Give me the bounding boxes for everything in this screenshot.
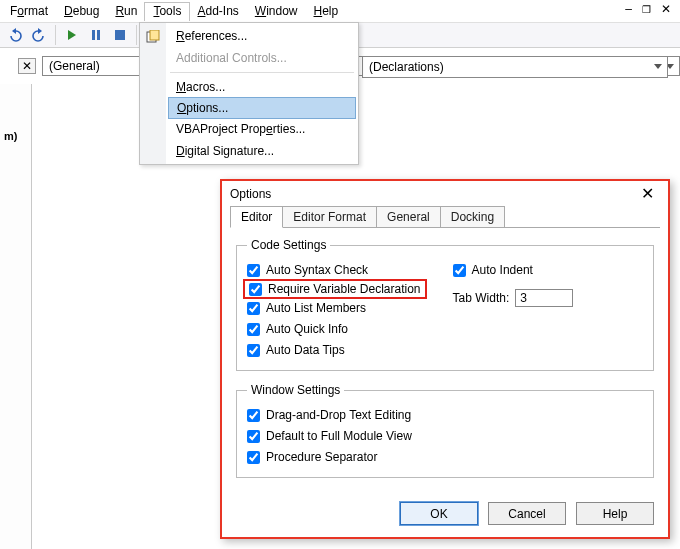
minimize-button[interactable]: –	[622, 2, 635, 16]
chk-auto-syntax-box[interactable]	[247, 264, 260, 277]
menu-macros[interactable]: Macros...	[166, 76, 358, 98]
menu-additional-controls: Additional Controls...	[166, 47, 358, 69]
tab-editor[interactable]: Editor	[230, 206, 283, 228]
chk-drag-drop[interactable]: Drag-and-Drop Text Editing	[247, 405, 643, 425]
procedure-dropdown-label: (Declarations)	[369, 60, 444, 74]
menu-run[interactable]: Run	[107, 2, 145, 20]
object-dropdown-label: (General)	[49, 59, 100, 73]
tab-width-input[interactable]	[515, 289, 573, 307]
dialog-titlebar[interactable]: Options ✕	[222, 181, 668, 206]
chk-auto-quick-info[interactable]: Auto Quick Info	[247, 319, 423, 339]
undo-button[interactable]	[4, 24, 26, 46]
tab-general[interactable]: General	[376, 206, 441, 227]
tab-docking[interactable]: Docking	[440, 206, 505, 227]
pane-close-button[interactable]: ✕	[18, 58, 36, 74]
restore-button[interactable]: ❐	[639, 4, 654, 15]
window-settings-legend: Window Settings	[247, 383, 344, 397]
dropdown-icon-column	[140, 23, 166, 164]
break-button[interactable]	[85, 24, 107, 46]
menu-format[interactable]: Format	[2, 2, 56, 20]
chk-auto-data-tips-box[interactable]	[247, 344, 260, 357]
code-settings-legend: Code Settings	[247, 238, 330, 252]
cancel-button[interactable]: Cancel	[488, 502, 566, 525]
chk-full-module[interactable]: Default to Full Module View	[247, 426, 643, 446]
project-explorer: m)	[0, 84, 32, 549]
chk-auto-quick-info-box[interactable]	[247, 323, 260, 336]
tab-editor-format[interactable]: Editor Format	[282, 206, 377, 227]
toolbar-divider	[55, 25, 56, 45]
options-dialog: Options ✕ Editor Editor Format General D…	[220, 179, 670, 539]
menu-addins[interactable]: Add-Ins	[189, 2, 246, 20]
menu-vbaproject-properties[interactable]: VBAProject Properties...	[166, 118, 358, 140]
chk-require-var-decl-box[interactable]	[249, 283, 262, 296]
redo-button[interactable]	[28, 24, 50, 46]
help-button[interactable]: Help	[576, 502, 654, 525]
reset-button[interactable]	[109, 24, 131, 46]
chk-auto-list-box[interactable]	[247, 302, 260, 315]
window-settings-group: Window Settings Drag-and-Drop Text Editi…	[236, 383, 654, 478]
chk-auto-syntax[interactable]: Auto Syntax Check	[247, 260, 423, 280]
menubar: Format Debug Run Tools Add-Ins Window He…	[0, 0, 680, 22]
ok-button[interactable]: OK	[400, 502, 478, 525]
svg-rect-3	[97, 30, 100, 40]
toolbar-divider	[136, 25, 137, 45]
dialog-tabstrip: Editor Editor Format General Docking	[230, 206, 660, 228]
svg-rect-2	[92, 30, 95, 40]
run-button[interactable]	[61, 24, 83, 46]
chk-auto-indent[interactable]: Auto Indent	[453, 260, 574, 280]
references-icon	[140, 26, 166, 48]
tab-width-label: Tab Width:	[453, 291, 510, 305]
menu-options[interactable]: Options...	[168, 97, 356, 119]
menu-window[interactable]: Window	[247, 2, 306, 20]
chk-proc-sep[interactable]: Procedure Separator	[247, 447, 643, 467]
chk-full-module-box[interactable]	[247, 430, 260, 443]
close-button[interactable]: ✕	[658, 2, 674, 16]
menu-references[interactable]: References...	[166, 25, 358, 47]
menu-debug[interactable]: Debug	[56, 2, 107, 20]
chk-proc-sep-box[interactable]	[247, 451, 260, 464]
menu-digital-signature[interactable]: Digital Signature...	[166, 140, 358, 162]
menu-help[interactable]: Help	[306, 2, 347, 20]
dialog-buttons: OK Cancel Help	[222, 496, 668, 537]
chk-drag-drop-box[interactable]	[247, 409, 260, 422]
chk-auto-list[interactable]: Auto List Members	[247, 298, 423, 318]
chk-auto-data-tips[interactable]: Auto Data Tips	[247, 340, 423, 360]
svg-rect-1	[150, 30, 159, 40]
menu-tools[interactable]: Tools	[144, 2, 190, 21]
dialog-body: Code Settings Auto Syntax Check Require …	[222, 228, 668, 496]
tools-dropdown: References... Additional Controls... Mac…	[139, 22, 359, 165]
code-settings-group: Code Settings Auto Syntax Check Require …	[236, 238, 654, 371]
menu-separator	[170, 72, 354, 73]
chk-auto-indent-box[interactable]	[453, 264, 466, 277]
window-controls: – ❐ ✕	[622, 2, 674, 16]
dialog-close-button[interactable]: ✕	[635, 184, 660, 203]
tab-width-row: Tab Width:	[453, 289, 574, 307]
chk-require-var-decl[interactable]: Require Variable Declaration	[243, 279, 427, 299]
dialog-title: Options	[230, 187, 271, 201]
project-label: m)	[4, 130, 17, 142]
procedure-dropdown[interactable]: (Declarations)	[362, 56, 668, 78]
svg-rect-4	[115, 30, 125, 40]
